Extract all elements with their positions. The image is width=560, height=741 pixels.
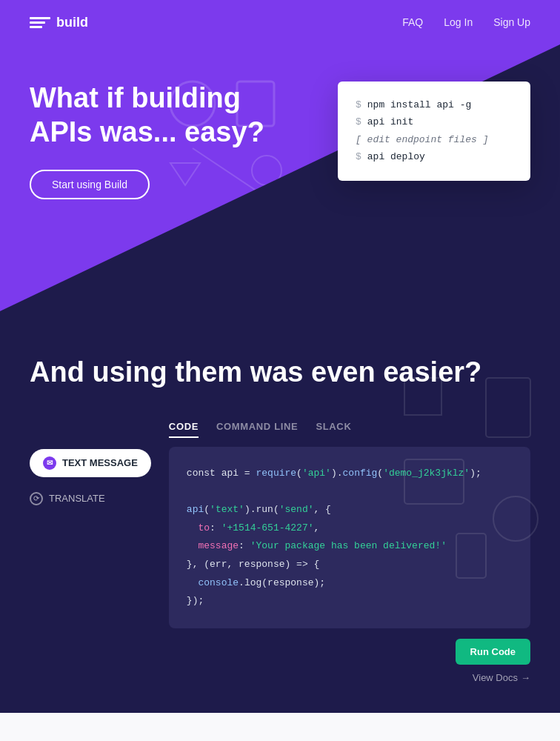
view-docs-arrow: → <box>521 672 530 683</box>
code-paren2: ( <box>377 468 383 479</box>
svg-rect-8 <box>456 534 486 578</box>
logo-icon <box>30 14 50 30</box>
code-require: require <box>256 468 296 479</box>
cmd-1: npm install api -g <box>367 96 471 113</box>
hero-text: What if building APIs was... easy? Start… <box>30 82 308 199</box>
nav-links: FAQ Log In Sign Up <box>402 16 530 28</box>
svg-rect-6 <box>404 459 464 504</box>
code-indent2 <box>187 540 199 551</box>
code-str1: 'api' <box>302 468 331 479</box>
code-log: .log(response); <box>239 577 325 588</box>
translate-label: TRANSLATE <box>49 493 105 504</box>
code-to-key: to <box>198 522 210 534</box>
text-message-button[interactable]: ✉ TEXT MESSAGE <box>30 449 151 477</box>
code-colon1: : <box>210 522 221 534</box>
code-line-1: $ npm install api -g <box>356 96 513 113</box>
nav-login[interactable]: Log In <box>444 16 473 28</box>
hero-cta-button[interactable]: Start using Build <box>30 170 150 199</box>
code-end: }); <box>187 595 204 606</box>
nav-signup[interactable]: Sign Up <box>493 16 530 28</box>
hero-content: What if building APIs was... easy? Start… <box>30 82 530 199</box>
view-docs-label: View Docs <box>473 672 518 683</box>
message-icon: ✉ <box>43 456 56 470</box>
logo-line-2 <box>30 21 45 24</box>
run-code-button[interactable]: Run Code <box>456 639 530 665</box>
code-line-4: $ api deploy <box>356 148 513 165</box>
hero-code-card: $ npm install api -g $ api init [ edit e… <box>338 82 530 181</box>
code-indent1 <box>187 522 199 534</box>
nav-faq[interactable]: FAQ <box>402 16 423 28</box>
code-line-3: [ edit endpoint files ] <box>356 131 513 148</box>
code-text-str: 'text' <box>210 504 244 515</box>
dollar-1: $ <box>356 96 361 113</box>
tab-command-line[interactable]: COMMAND LINE <box>216 416 298 438</box>
code-line-end: }); <box>187 592 513 611</box>
view-docs-link[interactable]: View Docs → <box>473 672 530 683</box>
hero-title: What if building APIs was... easy? <box>30 82 308 149</box>
code-const: const api = <box>187 468 256 479</box>
bottom-section: Flexible, Powerful APIs in Seconds We be… <box>0 713 560 741</box>
code-colon2: : <box>239 540 250 551</box>
cmd-3: api deploy <box>367 148 425 165</box>
code-api-fn: api <box>187 504 204 515</box>
code-text-arg: ( <box>204 504 210 515</box>
tab-slack[interactable]: SLACK <box>316 416 351 438</box>
middle-bg-deco <box>397 370 545 593</box>
text-message-label: TEXT MESSAGE <box>62 457 138 468</box>
dollar-2: $ <box>356 113 361 130</box>
code-paren: ( <box>296 468 302 479</box>
code-run: ).run( <box>244 504 279 515</box>
code-dot: ). <box>331 468 343 479</box>
dollar-3: $ <box>356 148 361 165</box>
hero-section: What if building APIs was... easy? Start… <box>0 44 560 311</box>
code-phone: '+1514-651-4227' <box>221 522 314 534</box>
translate-icon: ⟳ <box>30 492 43 505</box>
code-line-2: $ api init <box>356 113 513 130</box>
logo-line-3 <box>30 26 42 28</box>
run-btn-row: Run Code <box>169 639 530 665</box>
middle-section: And using them was even easier? ✉ TEXT M… <box>0 311 560 713</box>
translate-button[interactable]: ⟳ TRANSLATE <box>30 486 151 511</box>
code-cb: }, (err, response) => { <box>187 559 319 570</box>
view-docs-row: View Docs → <box>169 672 530 683</box>
code-console: console <box>198 577 239 588</box>
svg-point-7 <box>493 496 538 541</box>
code-comma1: , <box>314 522 320 534</box>
sidebar-buttons: ✉ TEXT MESSAGE ⟳ TRANSLATE <box>30 416 151 684</box>
code-send-comma: , { <box>314 504 331 515</box>
bracket-1: [ edit endpoint files ] <box>356 131 488 148</box>
logo-line-1 <box>30 17 50 19</box>
code-config: config <box>343 468 378 479</box>
svg-rect-5 <box>486 378 530 437</box>
cmd-2: api init <box>367 113 413 130</box>
code-send-str: 'send' <box>279 504 314 515</box>
code-indent3 <box>187 577 199 588</box>
tab-code[interactable]: CODE <box>169 416 199 438</box>
code-msg-key: message <box>198 540 239 551</box>
logo[interactable]: build <box>30 14 88 30</box>
navbar: build FAQ Log In Sign Up <box>0 0 560 44</box>
logo-text: build <box>56 15 88 30</box>
